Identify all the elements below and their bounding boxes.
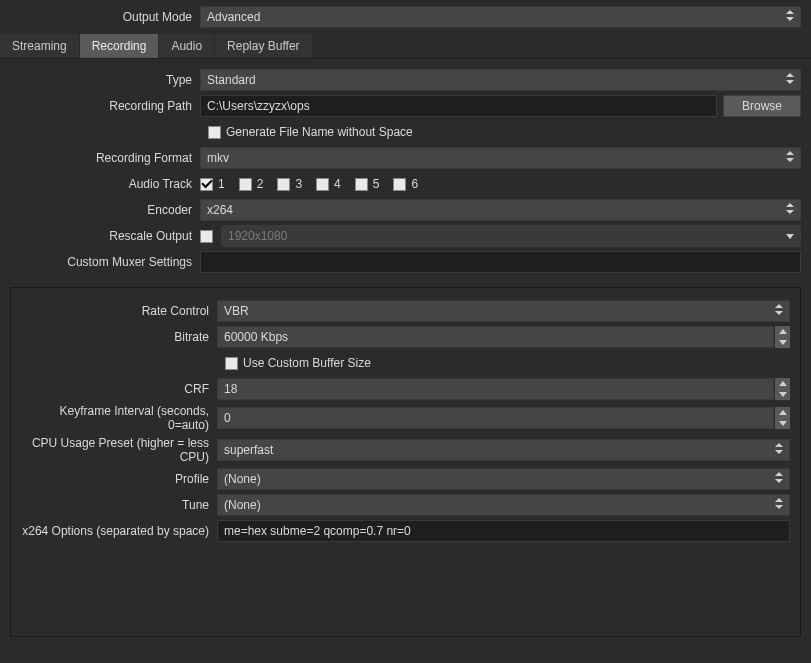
tab-replay-buffer[interactable]: Replay Buffer <box>215 34 312 58</box>
type-value: Standard <box>207 73 786 87</box>
chevron-updown-icon <box>775 301 783 321</box>
audio-track-6-label: 6 <box>411 177 418 191</box>
cpu-preset-label: CPU Usage Preset (higher = less CPU) <box>17 436 217 464</box>
custom-muxer-input[interactable] <box>200 251 801 273</box>
generate-filename-checkbox[interactable] <box>208 126 221 139</box>
x264-options-input[interactable]: me=hex subme=2 qcomp=0.7 nr=0 <box>217 520 790 542</box>
chevron-down-icon <box>786 229 794 243</box>
spinner-down-icon[interactable] <box>775 389 790 400</box>
encoder-select[interactable]: x264 <box>200 199 801 221</box>
audio-track-label: Audio Track <box>10 177 200 191</box>
rescale-output-checkbox[interactable] <box>200 230 213 243</box>
chevron-updown-icon <box>786 7 794 27</box>
audio-track-4-label: 4 <box>334 177 341 191</box>
rescale-output-label: Rescale Output <box>10 229 200 243</box>
type-label: Type <box>10 73 200 87</box>
spinner-up-icon[interactable] <box>775 407 790 418</box>
profile-select[interactable]: (None) <box>217 468 790 490</box>
tab-streaming[interactable]: Streaming <box>0 34 79 58</box>
x264-options-label: x264 Options (separated by space) <box>17 524 217 538</box>
audio-track-3-label: 3 <box>295 177 302 191</box>
output-mode-select[interactable]: Advanced <box>200 6 801 28</box>
audio-track-4-checkbox[interactable] <box>316 178 329 191</box>
encoder-settings-panel: Rate Control VBR Bitrate 60000 Kbps Use … <box>10 287 801 637</box>
x264-options-value: me=hex subme=2 qcomp=0.7 nr=0 <box>224 524 411 538</box>
recording-format-label: Recording Format <box>10 151 200 165</box>
custom-buffer-checkbox[interactable] <box>225 357 238 370</box>
recording-path-input[interactable]: C:\Users\zzyzx\ops <box>200 95 717 117</box>
chevron-updown-icon <box>786 70 794 90</box>
keyframe-interval-value: 0 <box>224 411 231 425</box>
cpu-preset-value: superfast <box>224 443 775 457</box>
crf-value: 18 <box>224 382 237 396</box>
bitrate-label: Bitrate <box>17 330 217 344</box>
rate-control-value: VBR <box>224 304 775 318</box>
spinner-up-icon[interactable] <box>775 378 790 389</box>
rate-control-select[interactable]: VBR <box>217 300 790 322</box>
audio-track-1-checkbox[interactable] <box>200 178 213 191</box>
audio-track-5-checkbox[interactable] <box>355 178 368 191</box>
generate-filename-label: Generate File Name without Space <box>226 125 413 139</box>
output-mode-label: Output Mode <box>10 10 200 24</box>
audio-track-6-checkbox[interactable] <box>393 178 406 191</box>
audio-track-5-label: 5 <box>373 177 380 191</box>
recording-format-value: mkv <box>207 151 786 165</box>
encoder-label: Encoder <box>10 203 200 217</box>
custom-buffer-label: Use Custom Buffer Size <box>243 356 371 370</box>
crf-spinner[interactable]: 18 <box>217 378 790 400</box>
keyframe-interval-label: Keyframe Interval (seconds, 0=auto) <box>17 404 217 432</box>
type-select[interactable]: Standard <box>200 69 801 91</box>
cpu-preset-select[interactable]: superfast <box>217 439 790 461</box>
chevron-updown-icon <box>786 200 794 220</box>
tune-label: Tune <box>17 498 217 512</box>
recording-path-value: C:\Users\zzyzx\ops <box>207 99 310 113</box>
bitrate-spinner[interactable]: 60000 Kbps <box>217 326 790 348</box>
recording-format-select[interactable]: mkv <box>200 147 801 169</box>
crf-label: CRF <box>17 382 217 396</box>
encoder-value: x264 <box>207 203 786 217</box>
profile-value: (None) <box>224 472 775 486</box>
output-mode-value: Advanced <box>207 10 786 24</box>
chevron-updown-icon <box>775 440 783 460</box>
browse-button[interactable]: Browse <box>723 95 801 117</box>
tab-audio[interactable]: Audio <box>159 34 214 58</box>
audio-track-2-checkbox[interactable] <box>239 178 252 191</box>
rescale-output-select: 1920x1080 <box>221 225 801 247</box>
custom-muxer-label: Custom Muxer Settings <box>10 255 200 269</box>
recording-path-label: Recording Path <box>10 99 200 113</box>
tune-value: (None) <box>224 498 775 512</box>
spinner-down-icon[interactable] <box>775 337 790 348</box>
bitrate-value: 60000 Kbps <box>224 330 288 344</box>
profile-label: Profile <box>17 472 217 486</box>
keyframe-interval-spinner[interactable]: 0 <box>217 407 790 429</box>
spinner-up-icon[interactable] <box>775 326 790 337</box>
spinner-down-icon[interactable] <box>775 418 790 429</box>
audio-track-2-label: 2 <box>257 177 264 191</box>
rate-control-label: Rate Control <box>17 304 217 318</box>
tune-select[interactable]: (None) <box>217 494 790 516</box>
chevron-updown-icon <box>786 148 794 168</box>
rescale-output-value: 1920x1080 <box>228 229 786 243</box>
chevron-updown-icon <box>775 469 783 489</box>
output-tabs: Streaming Recording Audio Replay Buffer <box>0 34 811 59</box>
audio-track-3-checkbox[interactable] <box>277 178 290 191</box>
audio-track-1-label: 1 <box>218 177 225 191</box>
tab-recording[interactable]: Recording <box>80 34 159 58</box>
chevron-updown-icon <box>775 495 783 515</box>
